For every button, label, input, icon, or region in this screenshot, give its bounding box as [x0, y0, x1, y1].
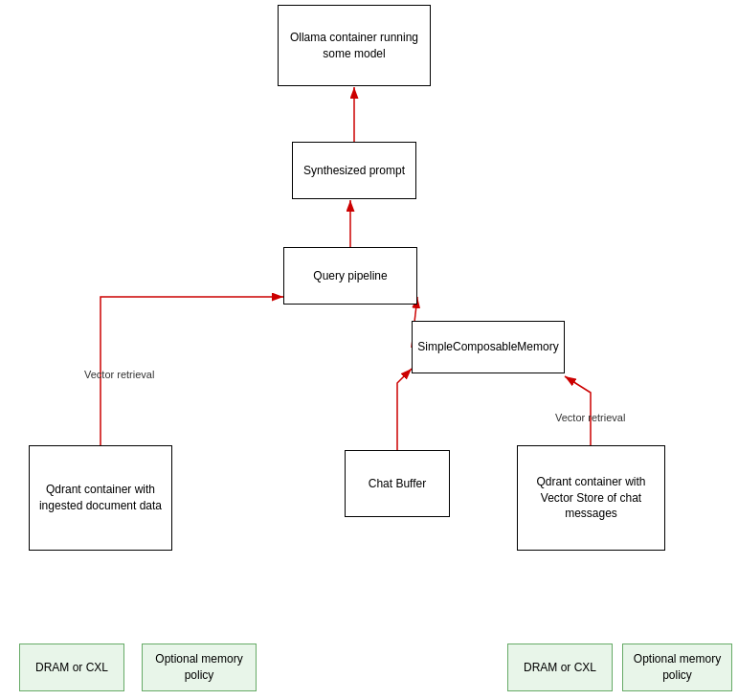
mem-policy-left-box: Optional memory policy: [142, 644, 257, 691]
qdrant-right-box: Qdrant container with Vector Store of ch…: [517, 445, 665, 551]
arrows-svg: [0, 0, 738, 700]
dram-left-box: DRAM or CXL: [19, 644, 124, 691]
vector-retrieval-right-label: Vector retrieval: [555, 412, 625, 423]
mem-policy-right-box: Optional memory policy: [622, 644, 732, 691]
diagram-container: Ollama container running some model Synt…: [0, 0, 738, 700]
simple-composable-box: SimpleComposableMemory: [412, 321, 565, 373]
vector-retrieval-left-label: Vector retrieval: [84, 369, 154, 380]
dram-right-box: DRAM or CXL: [507, 644, 613, 691]
query-pipeline-box: Query pipeline: [283, 247, 417, 305]
qdrant-left-box: Qdrant container with ingested document …: [29, 445, 172, 551]
synthesized-box: Synthesized prompt: [292, 142, 416, 199]
chat-buffer-box: Chat Buffer: [345, 450, 450, 517]
ollama-box: Ollama container running some model: [278, 5, 431, 86]
